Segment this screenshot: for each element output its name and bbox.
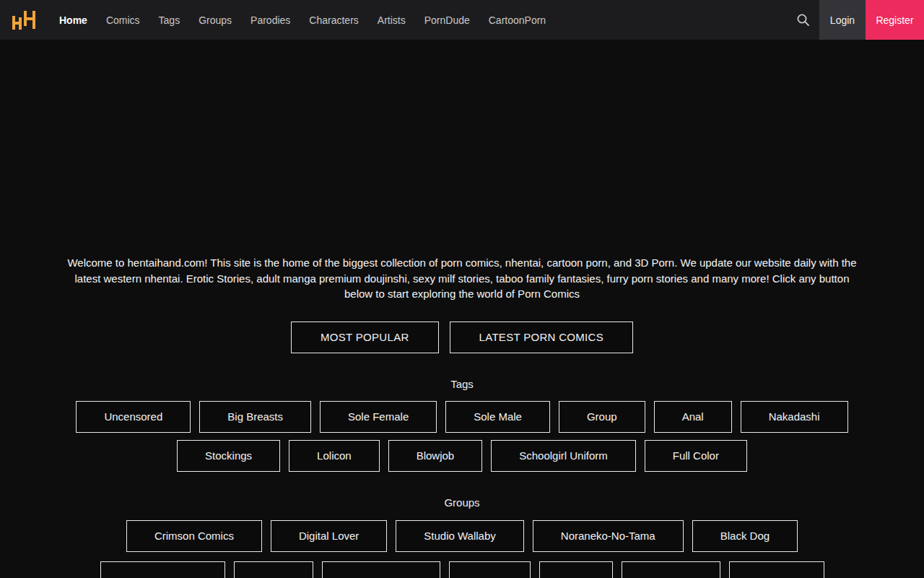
group-button-noraneko-no-tama[interactable]: Noraneko-No-Tama: [533, 520, 684, 552]
group-button-truncated[interactable]: [234, 561, 313, 578]
group-button-truncated[interactable]: [100, 561, 225, 578]
group-button-truncated[interactable]: [322, 561, 440, 578]
latest-porn-comics-button[interactable]: LATEST PORN COMICS: [450, 322, 633, 353]
nav-item-porndude[interactable]: PornDude: [424, 14, 470, 26]
nav-item-cartoonporn[interactable]: CartoonPorn: [489, 14, 546, 26]
group-button-black-dog[interactable]: Black Dog: [692, 520, 798, 552]
group-button-studio-wallaby[interactable]: Studio Wallaby: [396, 520, 524, 552]
tag-button-nakadashi[interactable]: Nakadashi: [741, 401, 848, 433]
tag-button-full-color[interactable]: Full Color: [645, 440, 747, 472]
register-button[interactable]: Register: [866, 0, 924, 40]
nav-item-tags[interactable]: Tags: [159, 14, 180, 26]
nav-item-characters[interactable]: Characters: [309, 14, 358, 26]
tag-button-big-breasts[interactable]: Big Breasts: [199, 401, 311, 433]
groups-heading: Groups: [0, 496, 924, 509]
nav-item-groups[interactable]: Groups: [199, 14, 232, 26]
nav-links: Home Comics Tags Groups Parodies Charact…: [48, 0, 546, 40]
tag-button-sole-female[interactable]: Sole Female: [320, 401, 437, 433]
groups-row-2-truncated: [0, 561, 924, 578]
tag-button-lolicon[interactable]: Lolicon: [289, 440, 380, 472]
group-button-truncated[interactable]: [449, 561, 531, 578]
search-button[interactable]: [786, 0, 819, 40]
tag-button-schoolgirl-uniform[interactable]: Schoolgirl Uniform: [491, 440, 636, 472]
tag-button-group[interactable]: Group: [559, 401, 645, 433]
group-button-truncated[interactable]: [729, 561, 824, 578]
nav-item-parodies[interactable]: Parodies: [250, 14, 290, 26]
group-button-truncated[interactable]: [622, 561, 720, 578]
nav-spacer: [546, 0, 786, 40]
tags-row-2: Stockings Lolicon Blowjob Schoolgirl Uni…: [0, 440, 924, 472]
tag-button-uncensored[interactable]: Uncensored: [76, 401, 191, 433]
groups-row-1: Crimson Comics Digital Lover Studio Wall…: [0, 520, 924, 552]
top-nav: Home Comics Tags Groups Parodies Charact…: [0, 0, 924, 40]
nav-item-home[interactable]: Home: [59, 14, 87, 26]
tag-button-sole-male[interactable]: Sole Male: [445, 401, 550, 433]
most-popular-button[interactable]: MOST POPULAR: [291, 322, 439, 353]
tags-heading: Tags: [0, 378, 924, 390]
tag-button-stockings[interactable]: Stockings: [177, 440, 280, 472]
login-button[interactable]: Login: [819, 0, 866, 40]
nav-item-artists[interactable]: Artists: [378, 14, 406, 26]
cta-row: MOST POPULAR LATEST PORN COMICS: [0, 322, 924, 353]
tag-button-anal[interactable]: Anal: [654, 401, 732, 433]
group-button-crimson-comics[interactable]: Crimson Comics: [126, 520, 262, 552]
tag-button-blowjob[interactable]: Blowjob: [388, 440, 483, 472]
welcome-text: Welcome to hentaihand.com! This site is …: [64, 255, 860, 302]
tags-row-1: Uncensored Big Breasts Sole Female Sole …: [0, 401, 924, 433]
nav-item-comics[interactable]: Comics: [106, 14, 140, 26]
site-logo[interactable]: [0, 0, 48, 40]
group-button-truncated[interactable]: [539, 561, 613, 578]
main-content: Welcome to hentaihand.com! This site is …: [0, 255, 924, 578]
group-button-digital-lover[interactable]: Digital Lover: [271, 520, 387, 552]
logo-hh-icon: [9, 8, 38, 33]
search-icon: [796, 13, 810, 27]
